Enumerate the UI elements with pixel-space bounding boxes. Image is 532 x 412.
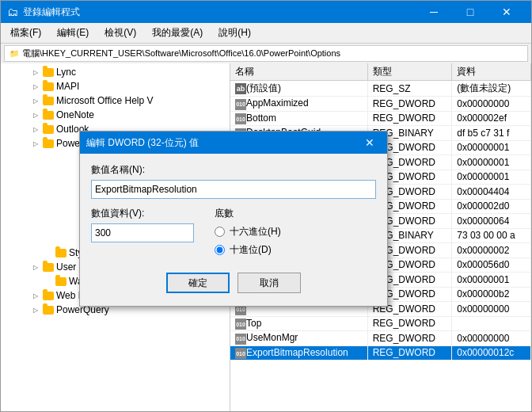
dialog-row: 數值資料(V): 底數 十六進位(H) 十進位(D) (91, 207, 376, 261)
cancel-button[interactable]: 取消 (238, 273, 301, 293)
name-label: 數值名稱(N): (91, 163, 376, 177)
dialog-overlay: 編輯 DWORD (32-位元) 值 ✕ 數值名稱(N): 數值資料(V): 底… (0, 0, 532, 412)
dialog-title-bar: 編輯 DWORD (32-位元) 值 ✕ (80, 132, 387, 154)
dialog-body: 數值名稱(N): 數值資料(V): 底數 十六進位(H) 十進位(D) (80, 154, 387, 306)
col-type: 類型 (367, 63, 452, 81)
col-data: 資料 (452, 63, 531, 81)
name-input[interactable] (91, 180, 376, 199)
dec-radio-item: 十進位(D) (215, 243, 376, 257)
col-name: 名稱 (230, 63, 367, 81)
dialog-buttons: 確定 取消 (91, 273, 376, 296)
dialog-left: 數值資料(V): (91, 207, 202, 242)
hex-radio-item: 十六進位(H) (215, 225, 376, 238)
hex-radio[interactable] (215, 227, 225, 237)
edit-dword-dialog: 編輯 DWORD (32-位元) 值 ✕ 數值名稱(N): 數值資料(V): 底… (79, 131, 388, 307)
dec-label: 十進位(D) (230, 243, 272, 257)
dialog-title-text: 編輯 DWORD (32-位元) 值 (86, 136, 199, 150)
dialog-right: 底數 十六進位(H) 十進位(D) (215, 207, 376, 261)
ok-button[interactable]: 確定 (166, 273, 230, 293)
base-label: 底數 (215, 207, 376, 220)
data-label: 數值資料(V): (91, 207, 202, 220)
hex-label: 十六進位(H) (230, 225, 281, 238)
dialog-close-button[interactable]: ✕ (359, 134, 381, 151)
dec-radio[interactable] (215, 245, 225, 255)
data-input[interactable] (91, 223, 194, 242)
